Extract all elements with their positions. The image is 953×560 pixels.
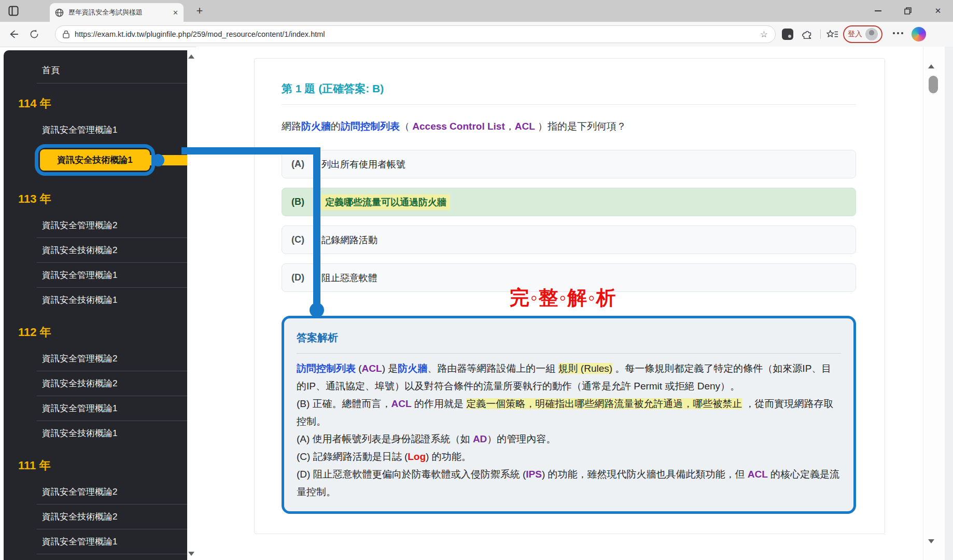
signin-button[interactable]: 登入	[843, 25, 882, 43]
scroll-down-icon[interactable]	[188, 552, 194, 556]
tab-favicon-globe-icon	[55, 8, 64, 17]
address-bar[interactable]: https://exam.kt.idv.tw/pluginfile.php/25…	[55, 25, 776, 43]
sidebar-item[interactable]: 資訊安全管理概論2	[4, 213, 187, 237]
sidebar-item[interactable]: 資訊安全技術概論1	[4, 288, 187, 312]
option-b-correct[interactable]: (B) 定義哪些流量可以通過防火牆	[282, 188, 856, 216]
connector-line-horizontal	[181, 147, 317, 155]
tab-workspaces-icon[interactable]	[8, 6, 19, 16]
sidebar-item[interactable]: 資訊安全技術概論1	[4, 421, 187, 445]
sidebar-year-111: 111 年	[4, 445, 187, 480]
question-card: 第 1 題 (正確答案: B) 網路防火牆的訪問控制列表（ Access Con…	[254, 58, 885, 534]
tab-close-icon[interactable]: ✕	[173, 9, 178, 16]
sidebar-item[interactable]: 資訊安全管理概論2	[4, 346, 187, 371]
page-scrollbar[interactable]	[923, 47, 945, 560]
sidebar-item[interactable]: 資訊安全管理概論1	[4, 263, 187, 287]
browser-titlebar: 歷年資訊安全考試與樣題 ✕ + ✕	[0, 0, 953, 22]
sidebar-year-114: 114 年	[4, 83, 187, 118]
settings-more-icon[interactable]	[893, 32, 903, 34]
url-text[interactable]: https://exam.kt.idv.tw/pluginfile.php/25…	[75, 30, 755, 38]
option-c[interactable]: (C) 記錄網路活動	[282, 226, 856, 254]
option-text: 阻止惡意軟體	[321, 272, 377, 284]
analysis-paragraph: (B) 正確。總體而言，ACL 的作用就是 定義一個策略，明確指出哪些網路流量被…	[297, 395, 841, 430]
browser-tab[interactable]: 歷年資訊安全考試與樣題 ✕	[50, 3, 184, 22]
exam-content: 第 1 題 (正確答案: B) 網路防火牆的訪問控制列表（ Access Con…	[196, 47, 923, 560]
connector-dot	[310, 303, 324, 317]
analysis-paragraph: (C) 記錄網路活動是日誌 (Log) 的功能。	[297, 448, 841, 466]
option-text: 定義哪些流量可以通過防火牆	[321, 194, 450, 210]
option-a[interactable]: (A) 列出所有使用者帳號	[282, 150, 856, 178]
sidebar-scrollbar[interactable]	[187, 50, 196, 560]
answer-analysis-box: 答案解析 訪問控制列表 (ACL) 是防火牆、路由器等網路設備上的一組 規則 (…	[282, 316, 856, 514]
tab-title: 歷年資訊安全考試與樣題	[68, 8, 168, 17]
complete-analysis-annotation: 完◦整◦解◦析	[510, 285, 616, 311]
bookmark-star-icon[interactable]: ☆	[760, 29, 768, 40]
sidebar-item[interactable]: 資訊安全管理概論1	[4, 118, 187, 142]
new-tab-button[interactable]: +	[193, 4, 206, 18]
analysis-heading: 答案解析	[297, 331, 841, 345]
window-restore-button[interactable]	[893, 0, 923, 22]
copilot-icon[interactable]	[912, 27, 926, 41]
signin-label: 登入	[848, 30, 862, 39]
favorites-list-icon[interactable]	[825, 27, 839, 41]
option-text: 列出所有使用者帳號	[321, 158, 405, 171]
divider	[282, 104, 856, 105]
extensions-puzzle-icon[interactable]	[801, 27, 814, 41]
course-sidebar: 首頁 114 年 資訊安全管理概論1 資訊安全技術概論1 113 年 資訊安全管…	[4, 50, 187, 560]
refresh-button[interactable]	[27, 27, 41, 41]
sidebar-item[interactable]: 資訊安全管理概論2	[4, 480, 187, 504]
scrollbar-thumb[interactable]	[929, 76, 938, 93]
window-edge-gutter	[945, 47, 953, 560]
scroll-down-icon[interactable]	[928, 539, 934, 543]
scroll-up-icon[interactable]	[928, 64, 934, 68]
sidebar-item[interactable]: 資訊安全技術概論2	[4, 238, 187, 262]
question-text: 網路防火牆的訪問控制列表（ Access Control List，ACL ）指…	[282, 120, 856, 133]
options-list: (A) 列出所有使用者帳號 (B) 定義哪些流量可以通過防火牆 (C) 記錄網路…	[282, 150, 856, 301]
profile-avatar	[865, 28, 878, 40]
sidebar-item-active-wrap: 資訊安全技術概論1	[40, 149, 150, 171]
extension-shortcut-icon[interactable]	[781, 27, 794, 41]
sidebar-item-home[interactable]: 首頁	[4, 58, 187, 83]
analysis-paragraph: (D) 阻止惡意軟體更偏向於防毒軟體或入侵防禦系統 (IPS) 的功能，雖然現代…	[297, 466, 841, 501]
scroll-up-icon[interactable]	[188, 54, 194, 59]
sidebar-year-112: 112 年	[4, 312, 187, 346]
connector-line-vertical	[313, 147, 320, 306]
sidebar-item[interactable]: 資訊安全管理概論1	[4, 529, 187, 554]
sidebar-item[interactable]: 資訊安全管理概論1	[4, 396, 187, 421]
option-text: 記錄網路活動	[321, 234, 377, 246]
sidebar-item[interactable]: 資訊安全技術概論1	[4, 554, 187, 560]
lock-icon	[63, 30, 69, 38]
sidebar-year-113: 113 年	[4, 179, 187, 213]
connector-knob	[152, 154, 164, 166]
divider	[297, 353, 841, 354]
back-button[interactable]	[6, 27, 21, 41]
highlight-ring	[35, 144, 155, 176]
window-close-button[interactable]: ✕	[923, 0, 953, 22]
sidebar-item[interactable]: 資訊安全技術概論2	[4, 505, 187, 529]
sidebar-item[interactable]: 資訊安全技術概論2	[4, 371, 187, 396]
analysis-paragraph: (A) 使用者帳號列表是身份認證系統（如 AD）的管理內容。	[297, 430, 841, 448]
toolbar-divider	[820, 30, 821, 39]
window-minimize-button[interactable]	[863, 0, 893, 22]
question-title: 第 1 題 (正確答案: B)	[282, 81, 384, 96]
analysis-paragraph: 訪問控制列表 (ACL) 是防火牆、路由器等網路設備上的一組 規則 (Rules…	[297, 360, 841, 395]
